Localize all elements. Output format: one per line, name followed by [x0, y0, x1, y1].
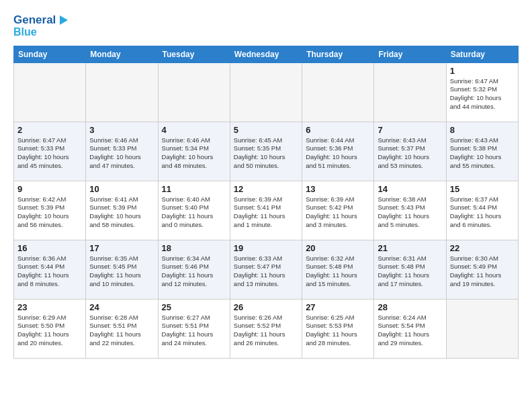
day-info: Sunrise: 6:33 AM Sunset: 5:47 PM Dayligh…	[234, 255, 298, 289]
day-info: Sunrise: 6:47 AM Sunset: 5:33 PM Dayligh…	[17, 136, 82, 171]
day-number: 11	[162, 184, 226, 194]
calendar-cell: 23Sunrise: 6:29 AM Sunset: 5:50 PM Dayli…	[14, 299, 86, 358]
day-info: Sunrise: 6:24 AM Sunset: 5:54 PM Dayligh…	[378, 314, 442, 348]
day-info: Sunrise: 6:31 AM Sunset: 5:48 PM Dayligh…	[378, 255, 442, 289]
calendar-cell	[86, 62, 158, 122]
day-info: Sunrise: 6:43 AM Sunset: 5:37 PM Dayligh…	[378, 136, 442, 171]
day-number: 15	[450, 184, 515, 194]
calendar-cell	[374, 62, 446, 122]
day-info: Sunrise: 6:30 AM Sunset: 5:49 PM Dayligh…	[450, 255, 515, 289]
day-info: Sunrise: 6:32 AM Sunset: 5:48 PM Dayligh…	[306, 255, 370, 289]
day-info: Sunrise: 6:27 AM Sunset: 5:51 PM Dayligh…	[162, 314, 226, 348]
calendar-cell: 16Sunrise: 6:36 AM Sunset: 5:44 PM Dayli…	[14, 240, 86, 299]
day-number: 18	[162, 243, 226, 253]
weekday-header-sunday: Sunday	[14, 46, 86, 62]
day-info: Sunrise: 6:25 AM Sunset: 5:53 PM Dayligh…	[306, 314, 370, 348]
day-info: Sunrise: 6:46 AM Sunset: 5:33 PM Dayligh…	[89, 136, 154, 171]
calendar-cell: 20Sunrise: 6:32 AM Sunset: 5:48 PM Dayli…	[302, 240, 374, 299]
day-number: 1	[450, 66, 515, 76]
day-info: Sunrise: 6:45 AM Sunset: 5:35 PM Dayligh…	[234, 136, 298, 171]
page: General Blue SundayMondayTuesdayWednesda…	[0, 0, 532, 365]
weekday-header-friday: Friday	[374, 46, 446, 62]
calendar-cell: 7Sunrise: 6:43 AM Sunset: 5:37 PM Daylig…	[374, 122, 446, 181]
day-number: 4	[162, 125, 226, 135]
day-number: 20	[306, 243, 370, 253]
calendar-cell: 12Sunrise: 6:39 AM Sunset: 5:41 PM Dayli…	[230, 181, 302, 240]
calendar-cell: 11Sunrise: 6:40 AM Sunset: 5:40 PM Dayli…	[158, 181, 230, 240]
calendar-cell: 4Sunrise: 6:46 AM Sunset: 5:34 PM Daylig…	[158, 122, 230, 181]
day-number: 13	[306, 184, 370, 194]
day-info: Sunrise: 6:40 AM Sunset: 5:40 PM Dayligh…	[162, 195, 226, 230]
day-info: Sunrise: 6:37 AM Sunset: 5:44 PM Dayligh…	[450, 195, 515, 230]
calendar-cell	[446, 299, 518, 358]
calendar-cell	[158, 62, 230, 122]
day-info: Sunrise: 6:47 AM Sunset: 5:32 PM Dayligh…	[450, 77, 515, 111]
day-info: Sunrise: 6:34 AM Sunset: 5:46 PM Dayligh…	[162, 255, 226, 289]
calendar-cell: 18Sunrise: 6:34 AM Sunset: 5:46 PM Dayli…	[158, 240, 230, 299]
header: General Blue	[13, 11, 519, 39]
logo: General Blue	[13, 13, 69, 39]
day-number: 25	[162, 302, 226, 312]
calendar-table: SundayMondayTuesdayWednesdayThursdayFrid…	[13, 46, 519, 359]
weekday-header-thursday: Thursday	[302, 46, 374, 62]
day-info: Sunrise: 6:39 AM Sunset: 5:41 PM Dayligh…	[234, 195, 298, 230]
logo-arrow-icon	[57, 14, 69, 26]
calendar-cell: 6Sunrise: 6:44 AM Sunset: 5:36 PM Daylig…	[302, 122, 374, 181]
day-number: 22	[450, 243, 515, 253]
calendar-cell: 27Sunrise: 6:25 AM Sunset: 5:53 PM Dayli…	[302, 299, 374, 358]
day-info: Sunrise: 6:44 AM Sunset: 5:36 PM Dayligh…	[306, 136, 370, 171]
calendar-cell: 25Sunrise: 6:27 AM Sunset: 5:51 PM Dayli…	[158, 299, 230, 358]
day-info: Sunrise: 6:41 AM Sunset: 5:39 PM Dayligh…	[89, 195, 154, 230]
day-number: 16	[17, 243, 82, 253]
calendar-cell: 13Sunrise: 6:39 AM Sunset: 5:42 PM Dayli…	[302, 181, 374, 240]
calendar-cell: 9Sunrise: 6:42 AM Sunset: 5:39 PM Daylig…	[14, 181, 86, 240]
calendar-cell: 1Sunrise: 6:47 AM Sunset: 5:32 PM Daylig…	[446, 62, 518, 122]
day-number: 27	[306, 302, 370, 312]
week-row-4: 16Sunrise: 6:36 AM Sunset: 5:44 PM Dayli…	[14, 240, 519, 299]
calendar-cell: 2Sunrise: 6:47 AM Sunset: 5:33 PM Daylig…	[14, 122, 86, 181]
calendar-cell: 28Sunrise: 6:24 AM Sunset: 5:54 PM Dayli…	[374, 299, 446, 358]
day-info: Sunrise: 6:39 AM Sunset: 5:42 PM Dayligh…	[306, 195, 370, 230]
day-info: Sunrise: 6:42 AM Sunset: 5:39 PM Dayligh…	[17, 195, 82, 230]
day-number: 8	[450, 125, 515, 135]
calendar-cell: 14Sunrise: 6:38 AM Sunset: 5:43 PM Dayli…	[374, 181, 446, 240]
day-number: 9	[17, 184, 82, 194]
day-number: 12	[234, 184, 298, 194]
day-number: 17	[89, 243, 154, 253]
day-number: 14	[378, 184, 442, 194]
day-info: Sunrise: 6:43 AM Sunset: 5:38 PM Dayligh…	[450, 136, 515, 171]
day-number: 26	[234, 302, 298, 312]
week-row-5: 23Sunrise: 6:29 AM Sunset: 5:50 PM Dayli…	[14, 299, 519, 358]
calendar-cell: 8Sunrise: 6:43 AM Sunset: 5:38 PM Daylig…	[446, 122, 518, 181]
day-info: Sunrise: 6:28 AM Sunset: 5:51 PM Dayligh…	[89, 314, 154, 348]
weekday-header-tuesday: Tuesday	[158, 46, 230, 62]
calendar-cell: 19Sunrise: 6:33 AM Sunset: 5:47 PM Dayli…	[230, 240, 302, 299]
calendar-cell: 5Sunrise: 6:45 AM Sunset: 5:35 PM Daylig…	[230, 122, 302, 181]
calendar-cell	[14, 62, 86, 122]
day-number: 21	[378, 243, 442, 253]
calendar-cell: 26Sunrise: 6:26 AM Sunset: 5:52 PM Dayli…	[230, 299, 302, 358]
day-number: 23	[17, 302, 82, 312]
day-info: Sunrise: 6:46 AM Sunset: 5:34 PM Dayligh…	[162, 136, 226, 171]
calendar-cell: 22Sunrise: 6:30 AM Sunset: 5:49 PM Dayli…	[446, 240, 518, 299]
calendar-cell: 21Sunrise: 6:31 AM Sunset: 5:48 PM Dayli…	[374, 240, 446, 299]
logo-line2: Blue	[13, 26, 69, 38]
day-number: 24	[89, 302, 154, 312]
weekday-header-saturday: Saturday	[446, 46, 518, 62]
week-row-1: 1Sunrise: 6:47 AM Sunset: 5:32 PM Daylig…	[14, 62, 519, 122]
day-number: 10	[89, 184, 154, 194]
calendar-cell	[230, 62, 302, 122]
calendar-cell: 17Sunrise: 6:35 AM Sunset: 5:45 PM Dayli…	[86, 240, 158, 299]
day-number: 5	[234, 125, 298, 135]
day-number: 7	[378, 125, 442, 135]
week-row-3: 9Sunrise: 6:42 AM Sunset: 5:39 PM Daylig…	[14, 181, 519, 240]
day-number: 19	[234, 243, 298, 253]
calendar-cell	[302, 62, 374, 122]
day-info: Sunrise: 6:38 AM Sunset: 5:43 PM Dayligh…	[378, 195, 442, 230]
weekday-header-row: SundayMondayTuesdayWednesdayThursdayFrid…	[14, 46, 519, 62]
calendar-cell: 15Sunrise: 6:37 AM Sunset: 5:44 PM Dayli…	[446, 181, 518, 240]
day-info: Sunrise: 6:29 AM Sunset: 5:50 PM Dayligh…	[17, 314, 82, 348]
day-number: 2	[17, 125, 82, 135]
calendar-cell: 24Sunrise: 6:28 AM Sunset: 5:51 PM Dayli…	[86, 299, 158, 358]
svg-marker-0	[60, 15, 68, 25]
